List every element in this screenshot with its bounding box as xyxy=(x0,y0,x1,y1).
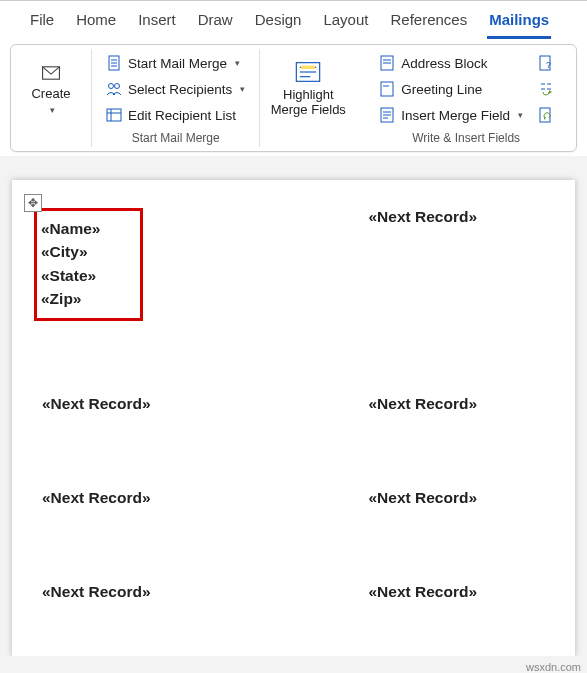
group-start-mail-merge: Start Mail Merge ▾ Select Recipients ▾ E… xyxy=(92,49,260,147)
document-icon xyxy=(106,55,122,71)
svg-marker-28 xyxy=(544,116,546,120)
next-record-field: «Next Record» xyxy=(42,395,151,412)
page-question-icon: ? xyxy=(538,55,554,71)
start-mail-merge-button[interactable]: Start Mail Merge ▾ xyxy=(100,51,251,75)
watermark: wsxdn.com xyxy=(526,661,581,673)
next-record-field: «Next Record» xyxy=(369,208,478,225)
svg-marker-26 xyxy=(549,90,552,94)
next-record-field: «Next Record» xyxy=(42,489,151,506)
group-highlight: Highlight Merge Fields xyxy=(260,49,356,147)
group-write-insert-label: Write & Insert Fields xyxy=(412,131,520,145)
people-icon xyxy=(106,81,122,97)
svg-point-6 xyxy=(115,84,120,89)
match-icon xyxy=(538,81,554,97)
greeting-icon xyxy=(379,81,395,97)
merge-field-zip: «Zip» xyxy=(41,287,100,310)
chevron-down-icon: ▾ xyxy=(235,58,240,68)
label-cell-0[interactable]: «Name» «City» «State» «Zip» xyxy=(42,208,219,321)
address-block-button[interactable]: Address Block xyxy=(373,51,529,75)
svg-rect-27 xyxy=(540,108,550,122)
svg-rect-7 xyxy=(107,109,121,121)
highlight-merge-fields-button[interactable]: Highlight Merge Fields xyxy=(268,51,348,127)
group-create: Create ▾ xyxy=(11,49,92,147)
highlight-icon xyxy=(294,60,322,84)
greeting-line-button[interactable]: Greeting Line xyxy=(373,77,529,101)
address-icon xyxy=(379,55,395,71)
select-recipients-button[interactable]: Select Recipients ▾ xyxy=(100,77,251,101)
group-create-label xyxy=(49,131,52,145)
next-record-field: «Next Record» xyxy=(369,489,478,506)
label-cell-3[interactable]: «Next Record» xyxy=(369,395,546,415)
next-record-field: «Next Record» xyxy=(369,395,478,412)
tab-draw[interactable]: Draw xyxy=(196,5,235,38)
merge-field-name: «Name» xyxy=(41,217,100,240)
label-cell-5[interactable]: «Next Record» xyxy=(369,489,546,509)
svg-rect-14 xyxy=(301,66,315,70)
ribbon: Create ▾ Start Mail Merge ▾ Select Reci xyxy=(10,44,577,152)
list-edit-icon xyxy=(106,107,122,123)
merge-field-city: «City» xyxy=(41,240,100,263)
label-cell-4[interactable]: «Next Record» xyxy=(42,489,219,509)
highlighted-fields: «Name» «City» «State» «Zip» xyxy=(34,208,143,321)
create-label: Create xyxy=(31,86,70,101)
ribbon-container: Create ▾ Start Mail Merge ▾ Select Reci xyxy=(0,38,587,156)
match-fields-button[interactable] xyxy=(533,77,559,101)
ribbon-tabs: File Home Insert Draw Design Layout Refe… xyxy=(0,0,587,38)
create-button[interactable]: Create ▾ xyxy=(19,51,83,127)
group-start-mail-merge-label: Start Mail Merge xyxy=(132,131,220,145)
envelope-icon xyxy=(39,64,63,82)
tab-design[interactable]: Design xyxy=(253,5,304,38)
label-cell-6[interactable]: «Next Record» xyxy=(42,583,219,603)
label-grid: «Name» «City» «State» «Zip» «Next Record… xyxy=(42,208,545,603)
tab-insert[interactable]: Insert xyxy=(136,5,178,38)
label-cell-1[interactable]: «Next Record» xyxy=(369,208,546,321)
insert-merge-field-button[interactable]: Insert Merge Field ▾ xyxy=(373,103,529,127)
svg-text:?: ? xyxy=(546,60,551,70)
next-record-field: «Next Record» xyxy=(369,583,478,600)
chevron-down-icon: ▾ xyxy=(240,84,245,94)
label-cell-7[interactable]: «Next Record» xyxy=(369,583,546,603)
label-cell-2[interactable]: «Next Record» xyxy=(42,395,219,415)
tab-references[interactable]: References xyxy=(388,5,469,38)
chevron-down-icon: ▾ xyxy=(50,105,55,115)
chevron-down-icon: ▾ xyxy=(518,110,523,120)
rules-button[interactable]: ? xyxy=(533,51,559,75)
document-area: ✥ «Name» «City» «State» «Zip» «Next Reco… xyxy=(0,156,587,656)
edit-recipient-list-button[interactable]: Edit Recipient List xyxy=(100,103,251,127)
update-icon xyxy=(538,107,554,123)
tab-home[interactable]: Home xyxy=(74,5,118,38)
tab-mailings[interactable]: Mailings xyxy=(487,5,551,39)
group-write-insert-fields: Address Block Greeting Line Insert Merge… xyxy=(356,49,576,147)
page[interactable]: ✥ «Name» «City» «State» «Zip» «Next Reco… xyxy=(12,180,575,656)
table-anchor-icon[interactable]: ✥ xyxy=(24,194,42,212)
merge-field-icon xyxy=(379,107,395,123)
empty-label xyxy=(307,131,310,145)
merge-field-state: «State» xyxy=(41,264,100,287)
svg-rect-18 xyxy=(381,82,393,96)
tab-layout[interactable]: Layout xyxy=(321,5,370,38)
update-labels-button[interactable] xyxy=(533,103,559,127)
next-record-field: «Next Record» xyxy=(42,583,151,600)
tab-file[interactable]: File xyxy=(28,5,56,38)
svg-point-5 xyxy=(109,84,114,89)
